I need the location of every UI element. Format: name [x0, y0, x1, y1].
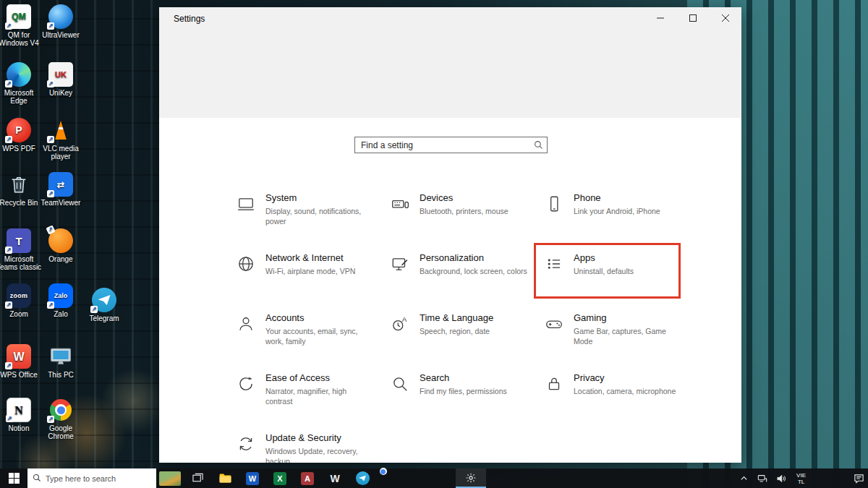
desktop-icon-label: Microsoft Teams classic: [0, 255, 42, 271]
maximize-button[interactable]: [676, 7, 709, 29]
desktop-icon-notion[interactable]: N Notion: [0, 398, 42, 432]
desktop-icon-qm[interactable]: QM QM for Windows V4: [0, 4, 42, 47]
desktop-icon-teams[interactable]: T Microsoft Teams classic: [0, 228, 42, 271]
w-app-button[interactable]: W: [321, 468, 349, 488]
language-line2: TL: [796, 479, 806, 485]
system-tray: VIE TL: [734, 468, 868, 488]
find-a-setting-input[interactable]: [355, 140, 529, 150]
category-accounts[interactable]: Accounts Your accounts, email, sync, wor…: [236, 309, 390, 369]
search-icon: [529, 140, 547, 150]
news-widget-button[interactable]: [156, 468, 184, 488]
orange-icon: [48, 228, 73, 253]
gear-icon: [465, 472, 477, 484]
category-title: Phone: [574, 192, 660, 203]
access-icon: A: [301, 472, 314, 485]
wps-office-icon: W: [7, 344, 31, 369]
chrome-taskbar-button[interactable]: [376, 468, 404, 488]
zalo-icon: Zalo: [48, 283, 73, 308]
category-title: Apps: [574, 252, 634, 263]
settings-taskbar-button[interactable]: [456, 468, 486, 488]
desktop-icon-wps-pdf[interactable]: P WPS PDF: [0, 118, 42, 153]
category-network[interactable]: Network & Internet Wi-Fi, airplane mode,…: [236, 249, 390, 309]
taskbar-search-box[interactable]: Type here to search: [27, 468, 156, 488]
category-apps[interactable]: Apps Uninstall, defaults: [544, 249, 698, 309]
word-button[interactable]: W: [239, 468, 266, 488]
desktop-icon-unikey[interactable]: UK UniKey: [38, 62, 84, 97]
wps-pdf-glyph: P: [15, 127, 22, 134]
category-title: Privacy: [574, 372, 676, 383]
category-title: Time & Language: [420, 312, 493, 323]
category-devices[interactable]: Devices Bluetooth, printers, mouse: [390, 189, 544, 249]
qm-glyph: QM: [12, 13, 25, 21]
file-explorer-button[interactable]: [211, 468, 239, 488]
desktop-icon-wps-office[interactable]: W WPS Office: [0, 344, 42, 379]
category-gaming[interactable]: Gaming Game Bar, captures, Game Mode: [544, 309, 698, 369]
desktop-icon-label: WPS PDF: [0, 145, 42, 153]
access-button[interactable]: A: [294, 468, 321, 488]
unikey-icon: UK: [48, 62, 73, 87]
desktop-icon-telegram[interactable]: Telegram: [81, 288, 127, 322]
category-desc: Wi-Fi, airplane mode, VPN: [265, 266, 355, 276]
desktop-icon-label: UniKey: [38, 89, 84, 97]
category-ease-of-access[interactable]: Ease of Access Narrator, magnifier, high…: [236, 369, 390, 429]
desktop-icon-label: QM for Windows V4: [0, 31, 42, 47]
volume-icon[interactable]: [772, 474, 791, 484]
category-title: Devices: [420, 192, 509, 203]
minimize-button[interactable]: [644, 7, 676, 29]
close-button[interactable]: [709, 7, 741, 29]
category-system[interactable]: System Display, sound, notifications, po…: [236, 189, 390, 249]
category-desc: Background, lock screen, colors: [420, 266, 527, 276]
excel-button[interactable]: X: [266, 468, 294, 488]
category-desc: Narrator, magnifier, high contrast: [265, 386, 375, 406]
category-search[interactable]: Search Find my files, permissions: [390, 369, 544, 429]
chrome-taskbar-icon: [383, 471, 397, 485]
desktop-icon-orange[interactable]: Orange: [38, 228, 84, 263]
category-personalization[interactable]: Personalization Background, lock screen,…: [390, 249, 544, 309]
desktop-icon-vlc[interactable]: VLC media player: [38, 118, 84, 160]
category-title: Accounts: [265, 312, 375, 323]
category-desc: Bluetooth, printers, mouse: [420, 206, 509, 216]
category-desc: Display, sound, notifications, power: [265, 206, 375, 226]
category-title: Ease of Access: [265, 372, 375, 383]
desktop-icon-recycle-bin[interactable]: Recycle Bin: [0, 172, 42, 207]
desktop-icon-label: Zoom: [0, 310, 42, 318]
clock-language-icon: A: [390, 312, 410, 333]
desktop-icon-label: Orange: [38, 255, 84, 263]
start-button[interactable]: [0, 468, 27, 488]
category-update-security[interactable]: Update & Security Windows Update, recove…: [236, 429, 390, 463]
desktop-icon-teamviewer[interactable]: ⇄ TeamViewer: [38, 172, 84, 207]
teamviewer-glyph: ⇄: [57, 181, 65, 189]
category-desc: Link your Android, iPhone: [574, 206, 660, 216]
desktop-icon-this-pc[interactable]: This PC: [38, 344, 84, 379]
desktop-icon-zoom[interactable]: zoom Zoom: [0, 283, 42, 318]
phone-icon: [544, 192, 564, 213]
telegram-taskbar-button[interactable]: [349, 468, 376, 488]
category-phone[interactable]: Phone Link your Android, iPhone: [544, 189, 698, 249]
network-icon[interactable]: [753, 474, 772, 484]
excel-icon: X: [273, 472, 286, 485]
tray-chevron-up-icon[interactable]: [734, 474, 753, 482]
telegram-taskbar-icon: [356, 471, 370, 485]
desktop-icon-label: UltraViewer: [38, 31, 84, 39]
news-widget-thumbnail: [159, 471, 181, 486]
category-time-language[interactable]: A Time & Language Speech, region, date: [390, 309, 544, 369]
category-desc: Uninstall, defaults: [574, 266, 634, 276]
desktop-icon-ultraviewer[interactable]: UltraViewer: [38, 4, 84, 39]
category-title: Update & Security: [265, 432, 375, 443]
category-privacy[interactable]: Privacy Location, camera, microphone: [544, 369, 698, 429]
find-a-setting-box[interactable]: [354, 137, 548, 153]
desktop-icon-edge[interactable]: Microsoft Edge: [0, 62, 42, 105]
desktop-icon-label: TeamViewer: [38, 199, 84, 207]
desktop-icon-chrome[interactable]: Google Chrome: [38, 398, 84, 440]
taskbar-search-icon: [33, 474, 41, 484]
desktop-icon-zalo[interactable]: Zalo Zalo: [38, 283, 84, 318]
telegram-icon: [92, 288, 116, 312]
desktop-icon-label: Google Chrome: [38, 424, 84, 440]
task-view-button[interactable]: [184, 468, 211, 488]
notion-icon: N: [7, 398, 31, 422]
action-center-button[interactable]: [849, 473, 868, 484]
chrome-ball: [50, 399, 72, 421]
category-desc: Your accounts, email, sync, work, family: [265, 326, 375, 346]
language-indicator[interactable]: VIE TL: [791, 472, 812, 485]
window-title: Settings: [174, 14, 205, 24]
